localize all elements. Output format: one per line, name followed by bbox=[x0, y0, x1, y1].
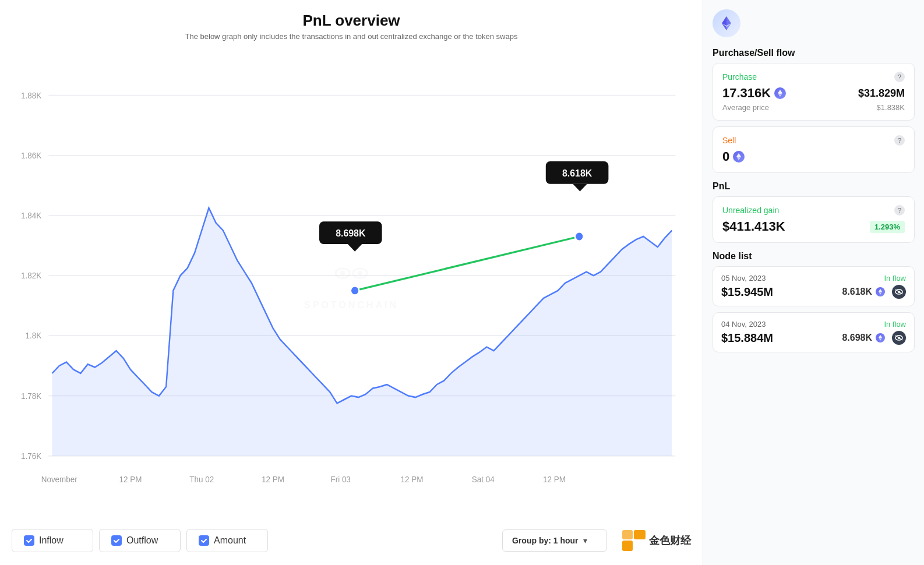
node-2-amount: $15.884M bbox=[721, 331, 773, 345]
svg-text:1.84K: 1.84K bbox=[21, 211, 42, 220]
svg-text:Thu 02: Thu 02 bbox=[189, 475, 214, 484]
inflow-checkbox[interactable] bbox=[24, 535, 34, 546]
purchase-sell-section: Purchase/Sell flow Purchase ? 17.316K $3… bbox=[713, 48, 915, 173]
node-1-date: 05 Nov, 2023 bbox=[721, 274, 766, 282]
svg-marker-44 bbox=[736, 153, 741, 158]
svg-rect-36 bbox=[622, 530, 633, 539]
node-2-eth: 8.698K bbox=[842, 333, 885, 343]
sell-eth-amount: 0 bbox=[722, 149, 905, 164]
node-item-2: 04 Nov, 2023 In flow $15.884M 8.698K bbox=[713, 312, 915, 352]
node-1-eye-icon[interactable] bbox=[892, 285, 906, 299]
svg-line-26 bbox=[355, 236, 579, 291]
node-1-eth-badge bbox=[876, 287, 885, 296]
node-item-1: 05 Nov, 2023 In flow $15.945M 8.618K bbox=[713, 266, 915, 306]
svg-text:1.86K: 1.86K bbox=[21, 150, 42, 160]
chart-section: PnL overview The below graph only includ… bbox=[0, 0, 703, 565]
chevron-down-icon: ▾ bbox=[583, 536, 587, 545]
node-list-section: Node list 05 Nov, 2023 In flow $15.945M … bbox=[713, 251, 915, 358]
sell-eth-badge bbox=[733, 151, 745, 163]
svg-text:8.618K: 8.618K bbox=[562, 167, 592, 178]
svg-text:1.8K: 1.8K bbox=[25, 331, 41, 340]
inflow-legend[interactable]: Inflow bbox=[12, 529, 93, 552]
page-title: PnL overview bbox=[6, 12, 697, 30]
node-1-amount: $15.945M bbox=[721, 285, 773, 299]
node-2-eye-icon[interactable] bbox=[892, 331, 906, 345]
svg-marker-46 bbox=[879, 289, 882, 292]
svg-marker-51 bbox=[879, 335, 882, 338]
svg-text:1.78K: 1.78K bbox=[21, 391, 42, 400]
inflow-label: Inflow bbox=[39, 535, 64, 546]
purchase-card: Purchase ? 17.316K $31.829M Average pric… bbox=[713, 63, 915, 121]
purchase-eth-amount: 17.316K bbox=[722, 86, 786, 101]
avg-price-value: $1.838K bbox=[877, 103, 905, 112]
svg-point-28 bbox=[575, 232, 584, 241]
svg-point-27 bbox=[351, 286, 359, 295]
logo-text: 金色财经 bbox=[649, 534, 691, 548]
node-list-title: Node list bbox=[713, 251, 915, 262]
logo: 金色财经 bbox=[622, 530, 691, 551]
amount-legend[interactable]: Amount bbox=[186, 529, 268, 552]
svg-text:Sat 04: Sat 04 bbox=[472, 475, 495, 484]
svg-text:1.82K: 1.82K bbox=[21, 271, 42, 280]
svg-text:12 PM: 12 PM bbox=[401, 475, 424, 484]
outflow-checkbox[interactable] bbox=[111, 535, 122, 546]
svg-text:12 PM: 12 PM bbox=[262, 475, 284, 484]
amount-label: Amount bbox=[214, 535, 246, 546]
eth-badge bbox=[774, 87, 786, 99]
unrealized-value: $411.413K bbox=[722, 219, 785, 234]
unrealized-label: Unrealized gain bbox=[722, 206, 779, 215]
unrealized-pct: 1.293% bbox=[870, 221, 905, 233]
node-2-flow: In flow bbox=[884, 320, 906, 329]
svg-marker-42 bbox=[778, 90, 782, 94]
purchase-usd-amount: $31.829M bbox=[858, 87, 905, 100]
avg-price-label: Average price bbox=[722, 103, 769, 112]
chart-title-block: PnL overview The below graph only includ… bbox=[6, 12, 697, 41]
right-panel: Purchase/Sell flow Purchase ? 17.316K $3… bbox=[703, 0, 924, 565]
sell-card: Sell ? 0 bbox=[713, 126, 915, 173]
purchase-help-icon[interactable]: ? bbox=[894, 72, 905, 82]
group-by-label: Group by: 1 hour bbox=[512, 536, 579, 545]
price-chart: 1.88K 1.86K 1.84K 1.82K 1.8K 1.78K 1.76K… bbox=[6, 50, 697, 516]
amount-checkbox[interactable] bbox=[199, 535, 209, 546]
sell-label: Sell bbox=[722, 136, 736, 145]
outflow-legend[interactable]: Outflow bbox=[99, 529, 181, 552]
purchase-label: Purchase bbox=[722, 72, 757, 82]
svg-text:12 PM: 12 PM bbox=[543, 475, 566, 484]
chart-wrapper: SPOTONCHAIN 1.88K 1.86K 1.84K 1.82K 1.8K… bbox=[6, 50, 697, 516]
page-subtitle: The below graph only includes the transa… bbox=[6, 32, 697, 41]
svg-rect-35 bbox=[622, 541, 633, 551]
group-by-dropdown[interactable]: Group by: 1 hour ▾ bbox=[502, 529, 607, 552]
node-1-flow: In flow bbox=[884, 274, 906, 282]
node-2-eth-badge bbox=[876, 333, 885, 342]
logo-icon bbox=[622, 530, 646, 551]
node-1-eth: 8.618K bbox=[842, 287, 885, 297]
svg-text:1.88K: 1.88K bbox=[21, 90, 42, 100]
eth-logo-icon bbox=[718, 15, 735, 31]
node-2-date: 04 Nov, 2023 bbox=[721, 320, 766, 329]
svg-marker-31 bbox=[348, 244, 362, 252]
svg-text:12 PM: 12 PM bbox=[119, 475, 142, 484]
svg-rect-37 bbox=[634, 530, 646, 539]
svg-text:1.76K: 1.76K bbox=[21, 451, 42, 461]
unrealized-gain-card: Unrealized gain ? $411.413K 1.293% bbox=[713, 196, 915, 243]
purchase-sell-title: Purchase/Sell flow bbox=[713, 48, 915, 58]
svg-text:Fri 03: Fri 03 bbox=[330, 475, 351, 484]
svg-text:8.698K: 8.698K bbox=[336, 228, 365, 238]
pnl-title: PnL bbox=[713, 181, 915, 192]
eth-icon-circle bbox=[713, 9, 740, 37]
svg-text:November: November bbox=[41, 475, 77, 484]
pnl-section: PnL Unrealized gain ? $411.413K 1.293% bbox=[713, 181, 915, 243]
chart-controls: Inflow Outflow Amount Group by: 1 hour ▾ bbox=[6, 522, 697, 559]
outflow-label: Outflow bbox=[126, 535, 158, 546]
unrealized-help-icon[interactable]: ? bbox=[894, 205, 905, 216]
svg-marker-34 bbox=[573, 184, 587, 192]
sell-help-icon[interactable]: ? bbox=[894, 135, 905, 146]
